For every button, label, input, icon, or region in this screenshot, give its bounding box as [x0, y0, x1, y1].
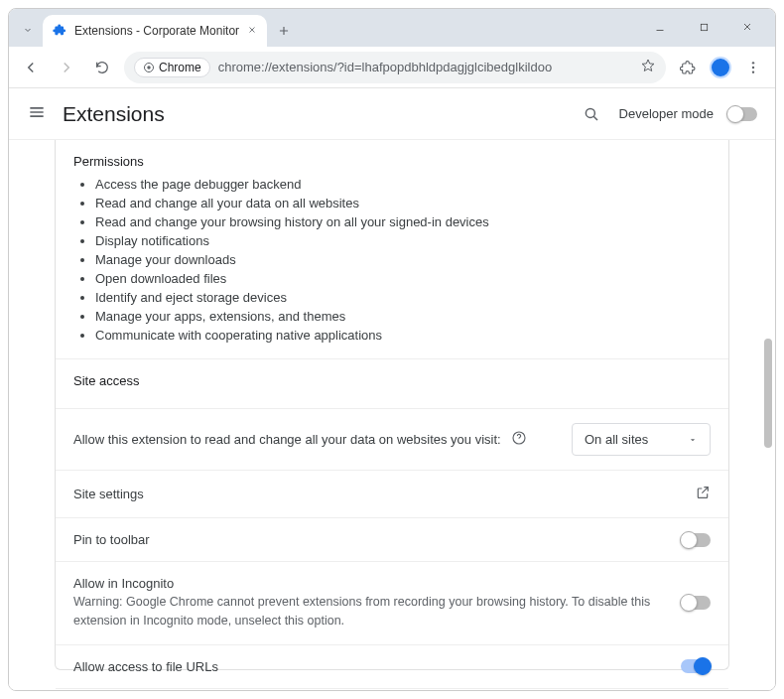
- extension-detail-card: Permissions Access the page debugger bac…: [55, 140, 729, 670]
- pin-toolbar-label: Pin to toolbar: [73, 532, 671, 547]
- bookmark-button[interactable]: [640, 58, 656, 76]
- browser-toolbar: Chrome chrome://extensions/?id=lhafpopdb…: [9, 47, 775, 88]
- avatar-icon: [710, 57, 731, 78]
- puzzle-icon: [53, 23, 66, 40]
- incognito-row: Allow in Incognito Warning: Google Chrom…: [56, 561, 728, 644]
- help-button[interactable]: [511, 430, 527, 449]
- svg-point-2: [147, 66, 151, 70]
- arrow-right-icon: [58, 59, 75, 76]
- permissions-title: Permissions: [73, 154, 711, 169]
- search-button[interactable]: [578, 100, 605, 128]
- menu-button[interactable]: [27, 102, 47, 126]
- permission-item: Read and change all your data on all web…: [95, 194, 711, 212]
- site-access-title: Site access: [73, 373, 711, 388]
- site-access-row: Allow this extension to read and change …: [56, 408, 728, 470]
- site-access-section: Site access: [56, 358, 728, 408]
- reload-icon: [94, 60, 110, 75]
- svg-point-4: [752, 66, 754, 68]
- close-icon: [741, 21, 753, 33]
- window-minimize-button[interactable]: [640, 13, 680, 41]
- reload-button[interactable]: [88, 54, 116, 81]
- help-icon: [511, 430, 527, 446]
- minimize-icon: [654, 21, 666, 33]
- extensions-header: Extensions Developer mode: [9, 88, 775, 140]
- svg-point-6: [586, 108, 594, 117]
- chrome-icon: [143, 62, 155, 73]
- url-text: chrome://extensions/?id=lhafpopdbhldpdag…: [218, 60, 632, 74]
- kebab-icon: [745, 60, 761, 75]
- window-close-button[interactable]: [727, 13, 767, 41]
- browser-menu-button[interactable]: [739, 54, 767, 81]
- tab-search-button[interactable]: [17, 19, 39, 41]
- hamburger-icon: [27, 102, 47, 122]
- scrollbar[interactable]: [763, 140, 773, 690]
- incognito-toggle[interactable]: [681, 596, 711, 610]
- file-urls-label: Allow access to file URLs: [73, 659, 671, 674]
- permission-item: Identify and eject storage devices: [95, 288, 711, 307]
- pin-toolbar-row: Pin to toolbar: [56, 517, 728, 561]
- permission-item: Communicate with cooperating native appl…: [95, 326, 711, 345]
- site-access-dropdown[interactable]: On all sites: [572, 423, 711, 456]
- page-title: Extensions: [63, 102, 165, 126]
- puzzle-icon: [680, 60, 696, 75]
- content-area: Permissions Access the page debugger bac…: [9, 140, 775, 690]
- svg-rect-0: [701, 24, 707, 30]
- close-icon: [247, 25, 257, 35]
- scrollbar-thumb[interactable]: [764, 339, 772, 448]
- forward-button[interactable]: [53, 54, 80, 81]
- caret-down-icon: [688, 435, 698, 445]
- permissions-section: Permissions Access the page debugger bac…: [56, 140, 728, 358]
- developer-mode-toggle[interactable]: [727, 107, 757, 121]
- site-settings-label: Site settings: [73, 487, 685, 501]
- site-settings-row[interactable]: Site settings: [56, 470, 728, 517]
- site-chip-label: Chrome: [159, 61, 201, 74]
- star-icon: [640, 58, 656, 73]
- tab-strip: Extensions - Corporate Monitor: [9, 9, 775, 47]
- plus-icon: [277, 24, 291, 38]
- back-button[interactable]: [17, 54, 45, 81]
- permission-item: Access the page debugger backend: [95, 175, 711, 194]
- address-bar[interactable]: Chrome chrome://extensions/?id=lhafpopdb…: [124, 52, 666, 83]
- permission-item: Open downloaded files: [95, 269, 711, 288]
- profile-button[interactable]: [710, 57, 731, 78]
- pin-toolbar-toggle[interactable]: [681, 533, 711, 547]
- chevron-down-icon: [22, 24, 34, 36]
- new-tab-button[interactable]: [271, 18, 297, 44]
- site-chip[interactable]: Chrome: [134, 58, 210, 77]
- permission-item: Read and change your browsing history on…: [95, 212, 711, 231]
- permission-item: Manage your apps, extensions, and themes: [95, 307, 711, 326]
- tab-title: Extensions - Corporate Monitor: [74, 24, 239, 38]
- arrow-left-icon: [22, 59, 40, 76]
- maximize-icon: [699, 22, 710, 33]
- site-access-selected: On all sites: [585, 432, 648, 447]
- incognito-label: Allow in Incognito: [73, 576, 671, 591]
- developer-mode-label: Developer mode: [619, 106, 714, 121]
- browser-tab[interactable]: Extensions - Corporate Monitor: [43, 15, 267, 47]
- open-external-icon: [695, 485, 711, 503]
- incognito-warning: Warning: Google Chrome cannot prevent ex…: [73, 593, 671, 630]
- svg-point-5: [752, 70, 754, 72]
- source-section: Source Unpacked extension Loaded from: C…: [56, 688, 728, 691]
- file-urls-row: Allow access to file URLs: [56, 644, 728, 688]
- close-tab-button[interactable]: [247, 24, 257, 38]
- window-maximize-button[interactable]: [684, 13, 723, 41]
- file-urls-toggle[interactable]: [681, 659, 711, 673]
- site-access-label: Allow this extension to read and change …: [73, 432, 501, 447]
- permission-item: Display notifications: [95, 231, 711, 250]
- permission-item: Manage your downloads: [95, 250, 711, 269]
- search-icon: [583, 105, 600, 123]
- svg-point-3: [752, 62, 754, 64]
- extensions-button[interactable]: [674, 54, 702, 81]
